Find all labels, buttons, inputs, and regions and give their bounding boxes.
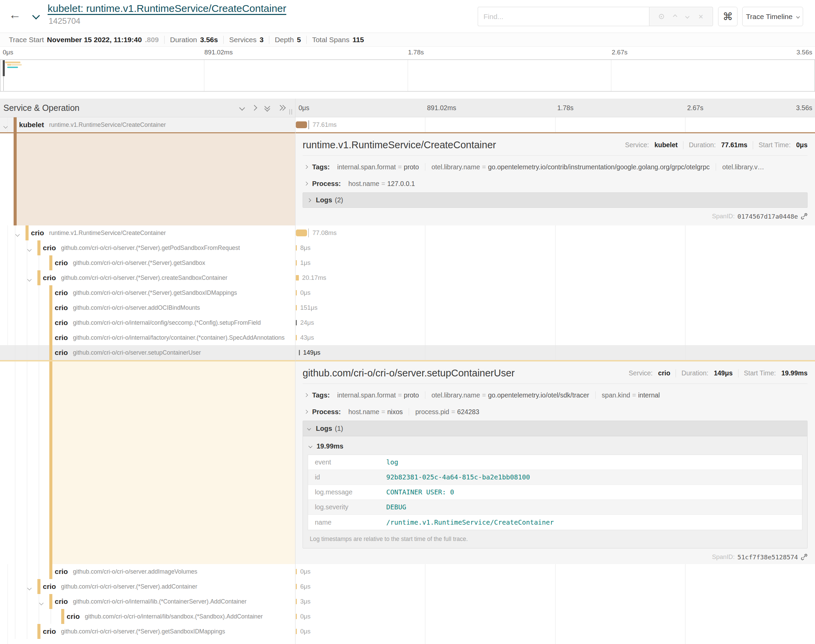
span-row-left: criogithub.com/cri-o/cri-o/internal/lib/… xyxy=(0,609,295,624)
minimap-scrubber-handle[interactable] xyxy=(3,60,5,76)
span-row[interactable]: criogithub.com/cri-o/cri-o/internal/conf… xyxy=(0,315,815,330)
collapse-all-icon[interactable] xyxy=(265,104,270,112)
service-name: crio xyxy=(55,289,68,297)
trace-view-select[interactable]: Trace Timeline xyxy=(742,7,803,26)
span-duration-label: 0μs xyxy=(300,624,310,639)
depth-guide xyxy=(15,609,15,624)
chevron-right-icon xyxy=(304,410,308,414)
find-prev-icon[interactable] xyxy=(673,14,677,19)
span-names: criogithub.com/cri-o/cri-o/server.(*Serv… xyxy=(43,624,225,639)
span-row-left: crioruntime.v1.RuntimeService/CreateCont… xyxy=(0,225,295,241)
kv-pair: host.name=127.0.0.1 xyxy=(349,180,415,188)
service-color-bar xyxy=(61,609,64,624)
service-name: crio xyxy=(55,567,68,576)
log-field-value: log xyxy=(386,458,398,466)
depth-guide xyxy=(15,225,15,241)
expand-chevron-icon[interactable] xyxy=(16,231,19,237)
log-timestamp-row[interactable]: 19.99ms xyxy=(308,440,803,452)
find-clear-icon[interactable]: × xyxy=(699,12,703,21)
span-row[interactable]: criogithub.com/cri-o/cri-o/server.(*Serv… xyxy=(0,579,815,594)
tags-list: internal.span.format=protootel.library.n… xyxy=(337,163,764,171)
span-row[interactable]: criogithub.com/cri-o/cri-o/server.addOCI… xyxy=(0,300,815,315)
operation-name: github.com/cri-o/cri-o/server.addImageVo… xyxy=(73,568,198,575)
logs-accordion[interactable]: Logs (1) xyxy=(303,421,807,436)
span-id-row: SpanID: 51cf7f38e5128574 xyxy=(303,553,807,561)
depth-guide xyxy=(39,315,39,330)
span-duration-label: 3μs xyxy=(300,594,310,609)
span-row[interactable]: criogithub.com/cri-o/cri-o/internal/lib.… xyxy=(0,594,815,609)
expand-chevron-icon[interactable] xyxy=(28,246,31,252)
keyboard-shortcuts-button[interactable]: ⌘ xyxy=(718,7,737,26)
span-row[interactable]: criogithub.com/cri-o/cri-o/server.(*Serv… xyxy=(0,255,815,270)
locate-icon[interactable] xyxy=(659,14,664,19)
collapse-one-icon[interactable] xyxy=(239,105,245,111)
span-row[interactable]: criogithub.com/cri-o/cri-o/internal/fact… xyxy=(0,330,815,345)
find-input[interactable] xyxy=(478,7,649,26)
trace-title-link[interactable]: kubelet: runtime.v1.RuntimeService/Creat… xyxy=(47,3,286,14)
kv-pair: host.name=nixos xyxy=(349,408,403,416)
column-resize-grip[interactable] xyxy=(290,109,292,115)
minimap-scrubber-line xyxy=(3,76,4,91)
minimap-tick: 3.56s xyxy=(797,49,812,56)
span-names: criogithub.com/cri-o/cri-o/server.(*Serv… xyxy=(43,241,240,255)
span-row[interactable]: kubeletruntime.v1.RuntimeService/CreateC… xyxy=(0,117,815,132)
kv-pair: otel.library.name=go.opentelemetry.io/ot… xyxy=(432,391,589,399)
depth-guide xyxy=(27,255,27,270)
depth-guide xyxy=(15,300,15,315)
expand-one-icon[interactable] xyxy=(251,105,257,111)
trace-header-collapse-icon[interactable] xyxy=(33,13,39,20)
chevron-down-icon xyxy=(307,426,311,430)
span-row-timeline: 0μs xyxy=(295,609,815,624)
find-next-icon[interactable] xyxy=(685,14,690,19)
expand-chevron-icon[interactable] xyxy=(28,585,31,591)
logs-note: Log timestamps are relative to the start… xyxy=(310,535,803,543)
span-names: kubeletruntime.v1.RuntimeService/CreateC… xyxy=(19,117,166,132)
back-arrow-icon[interactable]: ← xyxy=(9,8,21,22)
span-duration-bar xyxy=(296,290,297,296)
span-duration-bar xyxy=(296,614,297,619)
minimap-canvas[interactable] xyxy=(0,60,815,92)
span-row[interactable]: criogithub.com/cri-o/cri-o/internal/lib/… xyxy=(0,609,815,624)
span-row[interactable]: criogithub.com/cri-o/cri-o/server.(*Serv… xyxy=(0,270,815,285)
span-row[interactable]: criogithub.com/cri-o/cri-o/server.(*Serv… xyxy=(0,285,815,300)
process-row[interactable]: Process: host.name=nixosprocess.pid=6242… xyxy=(303,406,807,417)
span-duration-bar xyxy=(296,335,297,340)
expand-all-icon[interactable] xyxy=(278,105,286,110)
tags-row[interactable]: Tags: internal.span.format=protootel.lib… xyxy=(303,161,807,172)
span-row-left: criogithub.com/cri-o/cri-o/server.setupC… xyxy=(0,345,295,360)
operation-name: runtime.v1.RuntimeService/CreateContaine… xyxy=(49,121,166,129)
span-row[interactable]: criogithub.com/cri-o/cri-o/server.(*Serv… xyxy=(0,241,815,255)
log-field-row: log.messageCONTAINER USER: 0 xyxy=(308,485,802,500)
expand-chevron-icon[interactable] xyxy=(28,276,31,282)
operation-name: github.com/cri-o/cri-o/server.setupConta… xyxy=(73,349,201,356)
process-row[interactable]: Process: host.name=127.0.0.1 xyxy=(303,178,807,189)
detail-left-fill xyxy=(17,133,295,225)
timeline-tick: 2.67s xyxy=(687,104,703,112)
log-field-key: id xyxy=(308,473,386,481)
span-detail-left-gutter xyxy=(0,362,295,564)
expand-chevron-icon[interactable] xyxy=(40,600,43,606)
service-name: crio xyxy=(55,348,68,357)
logs-accordion[interactable]: Logs (2) xyxy=(303,192,807,208)
span-duration-label: 24μs xyxy=(300,315,314,330)
expand-chevron-icon[interactable] xyxy=(4,123,7,129)
link-icon[interactable] xyxy=(801,213,807,220)
span-row[interactable]: criogithub.com/cri-o/cri-o/server.(*Serv… xyxy=(0,624,815,639)
link-icon[interactable] xyxy=(801,554,807,560)
span-row[interactable]: crioruntime.v1.RuntimeService/CreateCont… xyxy=(0,225,815,241)
process-list: host.name=nixosprocess.pid=624283 xyxy=(349,408,480,416)
depth-guide xyxy=(39,594,39,609)
span-row[interactable]: criogithub.com/cri-o/cri-o/server.setupC… xyxy=(0,345,815,360)
span-duration-bar xyxy=(299,350,300,355)
chevron-right-icon xyxy=(307,198,311,202)
span-names: criogithub.com/cri-o/cri-o/server.addIma… xyxy=(55,564,197,579)
depth-guide xyxy=(27,579,27,594)
chevron-right-icon xyxy=(304,393,308,397)
chevron-down-icon xyxy=(796,15,800,18)
column-resize-divider[interactable] xyxy=(295,99,296,644)
span-end-tick xyxy=(308,228,309,237)
log-field-value: DEBUG xyxy=(386,503,406,511)
span-row-timeline: 0μs xyxy=(295,624,815,639)
tags-row[interactable]: Tags: internal.span.format=protootel.lib… xyxy=(303,389,807,400)
span-row[interactable]: criogithub.com/cri-o/cri-o/server.addIma… xyxy=(0,564,815,579)
